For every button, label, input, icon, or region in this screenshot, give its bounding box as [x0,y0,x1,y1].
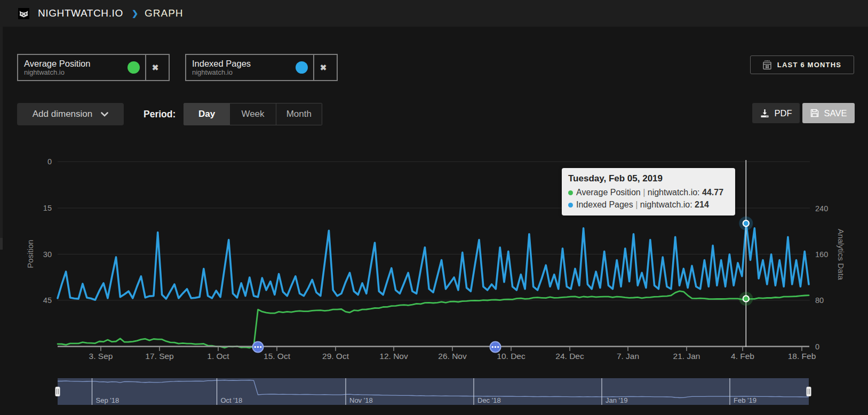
svg-text:Nov '18: Nov '18 [349,396,373,404]
svg-text:Dec '18: Dec '18 [477,396,501,404]
svg-text:Jan '19: Jan '19 [606,396,628,404]
svg-text:Oct '18: Oct '18 [221,396,243,404]
svg-text:26. Nov: 26. Nov [438,352,467,361]
svg-text:18. Feb: 18. Feb [788,352,816,361]
svg-text:29. Oct: 29. Oct [322,352,349,361]
svg-text:45: 45 [43,296,52,305]
svg-text:Feb '19: Feb '19 [734,396,756,404]
svg-text:15: 15 [43,204,52,212]
svg-text:1. Oct: 1. Oct [207,352,229,361]
svg-text:4. Feb: 4. Feb [731,352,754,361]
svg-text:80: 80 [815,296,824,305]
svg-text:21. Jan: 21. Jan [673,352,700,361]
svg-text:7. Jan: 7. Jan [617,352,639,361]
svg-text:0: 0 [815,342,819,351]
svg-text:3. Sep: 3. Sep [89,352,113,361]
svg-text:10. Dec: 10. Dec [497,352,525,361]
svg-text:Position: Position [26,240,35,268]
svg-text:0: 0 [47,157,52,166]
svg-text:15. Oct: 15. Oct [264,352,291,361]
svg-text:12. Nov: 12. Nov [379,352,408,361]
svg-text:240: 240 [815,204,828,213]
svg-text:160: 160 [815,250,828,259]
svg-text:30: 30 [43,250,52,259]
svg-text:Sep '18: Sep '18 [96,396,120,404]
svg-text:17. Sep: 17. Sep [145,352,173,361]
svg-text:Analytics Data: Analytics Data [837,229,846,281]
svg-text:24. Dec: 24. Dec [555,352,584,361]
